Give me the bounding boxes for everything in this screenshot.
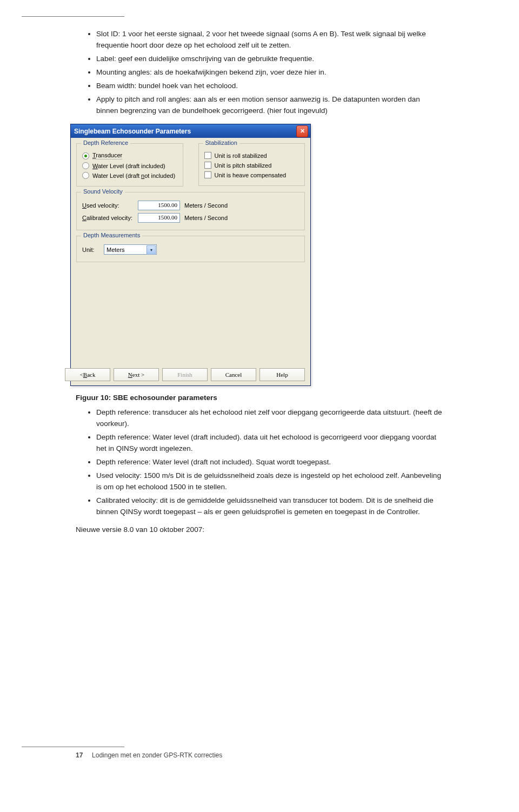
next-button[interactable]: Next > bbox=[114, 368, 159, 381]
dialog-titlebar[interactable]: Singlebeam Echosounder Parameters ✕ bbox=[71, 124, 310, 138]
list-item: Slot ID: 1 voor het eerste signaal, 2 vo… bbox=[96, 29, 443, 51]
back-button[interactable]: < Back bbox=[65, 368, 110, 381]
radio-transducer[interactable]: Transducer bbox=[82, 152, 177, 159]
radio-icon bbox=[82, 172, 89, 179]
radio-icon bbox=[82, 152, 89, 159]
list-item: Beam width: bundel hoek van het echolood… bbox=[96, 81, 443, 92]
finish-button: Finish bbox=[162, 368, 208, 381]
echosounder-dialog: Singlebeam Echosounder Parameters ✕ Dept… bbox=[70, 124, 311, 386]
list-item: Used velocity: 1500 m/s Dit is de geluid… bbox=[96, 470, 443, 493]
check-pitch-stabilized[interactable]: Unit is pitch stabilized bbox=[204, 162, 300, 169]
top-bullet-list: Slot ID: 1 voor het eerste signaal, 2 vo… bbox=[76, 29, 443, 116]
radio-label: Water Level (draft included) bbox=[92, 163, 165, 169]
radio-label: Water Level (draft not included) bbox=[92, 172, 175, 179]
group-sound-velocity: Sound Velocity Used velocity: 1500.00 Me… bbox=[76, 192, 305, 230]
calibrated-velocity-input[interactable]: 1500.00 bbox=[138, 213, 180, 223]
group-legend: Depth Reference bbox=[81, 139, 130, 146]
check-label: Unit is pitch stabilized bbox=[215, 162, 272, 169]
used-velocity-label: Used velocity: bbox=[82, 202, 134, 209]
list-item: Depth reference: Water level (draft incl… bbox=[96, 432, 443, 455]
footer-text: Lodingen met en zonder GPS-RTK correctie… bbox=[92, 751, 222, 759]
group-legend: Stabilization bbox=[203, 139, 239, 146]
group-stabilization: Stabilization Unit is roll stabilized Un… bbox=[198, 143, 305, 186]
checkbox-icon bbox=[204, 152, 211, 159]
page-footer: 17 Lodingen met en zonder GPS-RTK correc… bbox=[76, 747, 222, 759]
list-item: Calibrated velocity: dit is de gemiddeld… bbox=[96, 495, 443, 518]
radio-label: Transducer bbox=[92, 152, 122, 159]
version-line: Nieuwe versie 8.0 van 10 oktober 2007: bbox=[76, 525, 443, 534]
group-legend: Depth Measurements bbox=[81, 232, 142, 238]
unit-label: Meters / Second bbox=[184, 215, 228, 221]
top-rule bbox=[22, 16, 124, 17]
group-depth-reference: Depth Reference Transducer Water Level (… bbox=[76, 143, 183, 187]
list-item: Apply to pitch and roll angles: aan als … bbox=[96, 94, 443, 117]
checkbox-icon bbox=[204, 162, 211, 169]
help-button[interactable]: Help bbox=[260, 368, 305, 381]
close-icon[interactable]: ✕ bbox=[296, 125, 308, 137]
bottom-bullet-list: Depth reference: transducer als het echo… bbox=[76, 407, 443, 517]
cancel-button[interactable]: Cancel bbox=[211, 368, 256, 381]
unit-field-label: Unit: bbox=[82, 247, 99, 253]
check-label: Unit is heave compensated bbox=[215, 172, 287, 178]
used-velocity-input[interactable]: 1500.00 bbox=[138, 201, 180, 210]
unit-label: Meters / Second bbox=[184, 202, 228, 209]
group-depth-measurements: Depth Measurements Unit: Meters ▾ bbox=[76, 236, 305, 262]
checkbox-icon bbox=[204, 171, 211, 178]
list-item: Label: geef een duidelijke omschrijving … bbox=[96, 54, 443, 65]
dialog-button-row: < Back Next > Finish Cancel Help bbox=[76, 365, 305, 381]
list-item: Depth reference: Water level (draft not … bbox=[96, 457, 443, 468]
check-label: Unit is roll stabilized bbox=[215, 152, 267, 159]
calibrated-velocity-label: Calibrated velocity: bbox=[82, 215, 134, 221]
list-item: Mounting angles: als de hoekafwijkingen … bbox=[96, 67, 443, 78]
chevron-down-icon: ▾ bbox=[147, 245, 156, 255]
combo-value: Meters bbox=[107, 247, 125, 253]
radio-water-level-draft-not-included[interactable]: Water Level (draft not included) bbox=[82, 172, 177, 179]
check-roll-stabilized[interactable]: Unit is roll stabilized bbox=[204, 152, 300, 159]
dialog-title: Singlebeam Echosounder Parameters bbox=[74, 128, 191, 135]
radio-water-level-draft-included[interactable]: Water Level (draft included) bbox=[82, 162, 177, 169]
check-heave-compensated[interactable]: Unit is heave compensated bbox=[204, 171, 300, 178]
figure-caption: Figuur 10: SBE echosounder parameters bbox=[76, 394, 443, 402]
page-number: 17 bbox=[76, 751, 83, 759]
group-legend: Sound Velocity bbox=[81, 188, 125, 195]
radio-icon bbox=[82, 162, 89, 169]
unit-select[interactable]: Meters ▾ bbox=[104, 244, 157, 255]
list-item: Depth reference: transducer als het echo… bbox=[96, 407, 443, 430]
